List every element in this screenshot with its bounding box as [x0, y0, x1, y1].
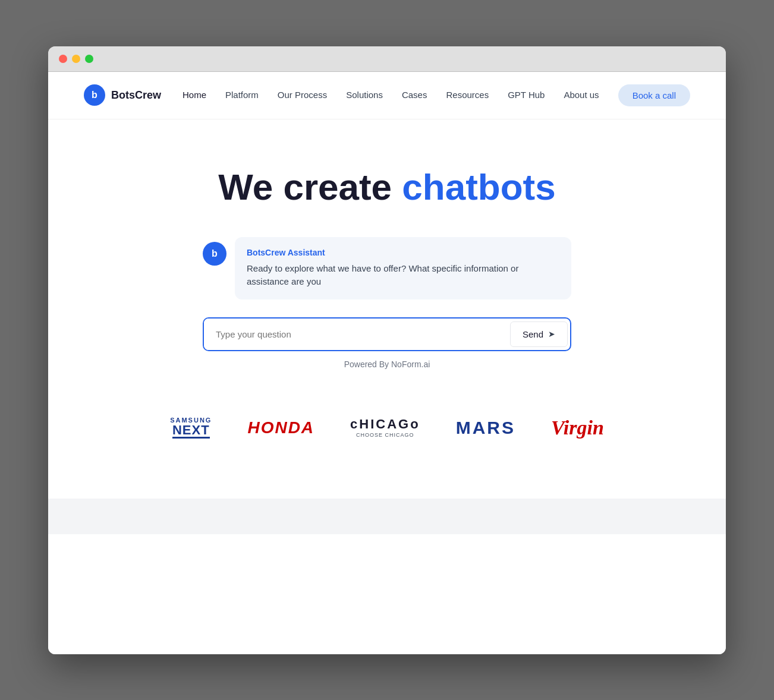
nav-item-cases[interactable]: Cases: [402, 90, 427, 100]
logos-section: SAMSUNG NEXT HONDA cHICAGo CHOOSE CHICAG…: [134, 405, 640, 475]
hero-section: We create chatbots b BotsCrew Assistant …: [48, 119, 726, 499]
nav-item-home[interactable]: Home: [183, 90, 206, 100]
logo-text: BotsCrew: [111, 89, 161, 102]
mars-logo: MARS: [456, 418, 515, 438]
send-button[interactable]: Send ➤: [510, 321, 568, 347]
close-button[interactable]: [59, 55, 67, 63]
chat-bubble-wrapper: b BotsCrew Assistant Ready to explore wh…: [203, 237, 571, 299]
bot-name: BotsCrew Assistant: [247, 248, 559, 257]
chat-container: b BotsCrew Assistant Ready to explore wh…: [203, 237, 571, 405]
maximize-button[interactable]: [85, 55, 93, 63]
virgin-logo: Virgin: [551, 417, 604, 439]
browser-content: b BotsCrew Home Platform Our Process Sol…: [48, 72, 726, 654]
bot-avatar: b: [203, 242, 226, 266]
footer-gray-bar: [48, 499, 726, 534]
honda-logo: HONDA: [247, 418, 314, 437]
book-call-button[interactable]: Book a call: [618, 84, 690, 106]
minimize-button[interactable]: [72, 55, 80, 63]
nav-item-gpt-hub[interactable]: GPT Hub: [508, 90, 545, 100]
nav-item-platform[interactable]: Platform: [225, 90, 259, 100]
nav-item-resources[interactable]: Resources: [446, 90, 489, 100]
chat-input-area: Send ➤: [203, 317, 571, 351]
nav-item-about-us[interactable]: About us: [564, 90, 599, 100]
logo-icon: b: [84, 84, 105, 106]
navbar: b BotsCrew Home Platform Our Process Sol…: [48, 72, 726, 119]
chicago-logo: cHICAGo CHOOSE CHICAGO: [350, 417, 420, 439]
logo-area[interactable]: b BotsCrew: [84, 84, 161, 106]
chat-bubble: BotsCrew Assistant Ready to explore what…: [235, 237, 571, 299]
hero-title-highlight: chatbots: [402, 166, 555, 207]
send-label: Send: [523, 329, 543, 339]
nav-item-solutions[interactable]: Solutions: [346, 90, 383, 100]
chat-input[interactable]: [204, 319, 508, 350]
bot-message: Ready to explore what we have to offer? …: [247, 262, 559, 289]
powered-by-text: Powered By NoForm.ai: [203, 360, 571, 369]
nav-links: Home Platform Our Process Solutions Case…: [183, 90, 599, 100]
browser-window: b BotsCrew Home Platform Our Process Sol…: [48, 46, 726, 654]
samsung-next-logo: SAMSUNG NEXT: [170, 417, 212, 439]
hero-title: We create chatbots: [218, 167, 555, 207]
nav-item-our-process[interactable]: Our Process: [278, 90, 327, 100]
send-icon: ➤: [548, 329, 555, 339]
browser-titlebar: [48, 46, 726, 72]
